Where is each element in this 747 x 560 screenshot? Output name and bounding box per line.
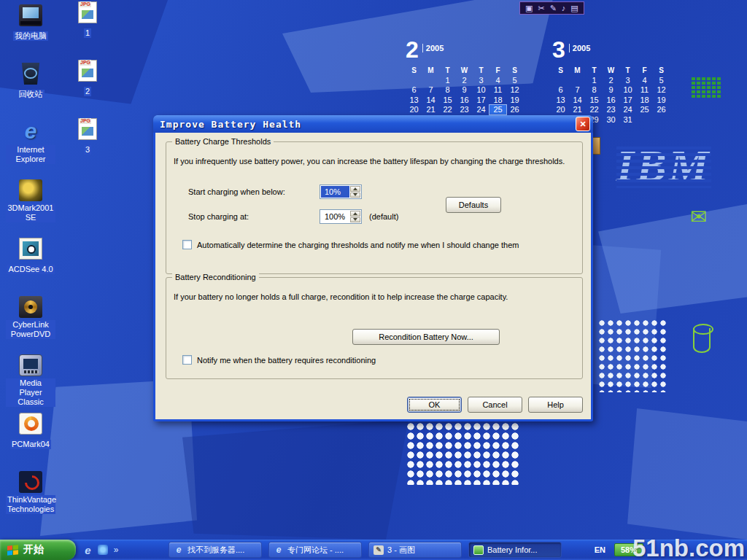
spin-down-icon[interactable] [350, 192, 360, 198]
desktop-icon-ie[interactable]: eInternet Explorer [6, 121, 55, 165]
start-threshold-value[interactable]: 10% [321, 186, 349, 198]
auto-determine-checkbox[interactable]: Automatically determine the charging thr… [182, 240, 519, 249]
ie-icon: e [174, 545, 184, 555]
icon-label: 我的电脑 [13, 31, 48, 41]
stop-threshold-spinner[interactable]: 100% [320, 209, 362, 224]
spinner-arrows[interactable] [350, 186, 360, 198]
task-label: Battery Infor... [487, 545, 537, 554]
quicklaunch-overflow-chevron-icon[interactable]: » [112, 544, 120, 556]
desktop-icon-pcmark[interactable]: PCMark04 [6, 413, 55, 450]
battery-reconditioning-group: Battery Reconditioning If your battery n… [166, 277, 583, 379]
taskbar-task[interactable]: e找不到服务器.... [169, 542, 262, 558]
acdsee-icon [19, 238, 42, 260]
desktop-icon-mpc[interactable]: Media Player Classic [6, 354, 55, 408]
cancel-button[interactable]: Cancel [468, 397, 522, 413]
icon-label: ThinkVantage Technologies [6, 495, 55, 514]
desktop-icon-recycle-bin[interactable]: 回收站 [6, 63, 55, 100]
recondition-battery-button[interactable]: Recondition Battery Now... [352, 329, 500, 345]
stop-charging-label: Stop charging at: [188, 212, 249, 221]
threedmark-icon [19, 179, 42, 201]
thresholds-description: If you infrequently use battery power, y… [174, 157, 573, 166]
task-label: 3 - 画图 [387, 545, 415, 556]
start-label: 开始 [23, 543, 44, 556]
taskbar-task[interactable]: ✎3 - 画图 [368, 542, 462, 558]
desktop-icon-thinkvantage[interactable]: ThinkVantage Technologies [6, 471, 55, 515]
notify-reconditioning-checkbox[interactable]: Notify me when the battery requires reco… [182, 355, 376, 365]
dialog-button-row: OK Cancel Help [407, 397, 583, 413]
help-button[interactable]: Help [528, 397, 583, 413]
thinkvantage-icon [19, 471, 42, 493]
improve-battery-health-dialog: Improve Battery Health ✕ Battery Charge … [153, 115, 593, 421]
battery-charge-thresholds-group: Battery Charge Thresholds If you infrequ… [166, 141, 583, 274]
icon-label: 3 [84, 145, 91, 155]
task-label: 专门网论坛 - .... [287, 545, 344, 556]
icon-label: PCMark04 [10, 440, 51, 449]
default-note: (default) [369, 212, 398, 221]
taskbar-tasks: e找不到服务器....e专门网论坛 - ....✎3 - 画图Battery I… [169, 542, 568, 558]
quicklaunch-media-player-icon[interactable] [98, 545, 108, 555]
stop-threshold-value[interactable]: 100% [321, 211, 349, 222]
defaults-button[interactable]: Defaults [446, 197, 501, 213]
group-title: Battery Charge Thresholds [172, 137, 274, 147]
start-threshold-spinner[interactable]: 10% [320, 184, 362, 199]
quicklaunch-ie-icon[interactable]: e [82, 544, 94, 556]
jpg-badge: JPG [80, 1, 91, 7]
reconditioning-description: If your battery no longer holds a full c… [174, 292, 573, 301]
desktop-icon-powerdvd[interactable]: CyberLink PowerDVD [6, 296, 55, 340]
spin-down-icon[interactable] [350, 217, 360, 223]
recycle-bin-icon [19, 63, 42, 85]
desktop-icon-jpg[interactable]: JPG2 [63, 60, 112, 97]
scissors-icon[interactable]: ✂ [538, 2, 544, 14]
icon-label: CyberLink PowerDVD [6, 320, 55, 339]
language-indicator[interactable]: EN [595, 545, 605, 554]
desktop-icon-my-computer[interactable]: 我的电脑 [6, 4, 55, 42]
checkbox-label: Notify me when the battery requires reco… [197, 356, 376, 365]
checkbox-label: Automatically determine the charging thr… [197, 241, 519, 249]
desktop-icon-jpg[interactable]: JPG1 [63, 1, 112, 39]
taskbar-task[interactable]: e专门网论坛 - .... [268, 542, 362, 558]
taskbar-task[interactable]: Battery Infor... [468, 542, 562, 558]
close-icon: ✕ [579, 120, 586, 128]
icon-label: 2 [84, 87, 91, 96]
jpg-icon: JPG [78, 118, 97, 140]
spin-up-icon[interactable] [350, 186, 360, 192]
desktop-icon-threedmark[interactable]: 3DMark2001 SE [6, 179, 55, 223]
battery-icon [473, 545, 484, 555]
jpg-icon: JPG [78, 1, 97, 23]
jpg-icon: JPG [78, 60, 97, 82]
checkbox-box[interactable] [182, 240, 192, 249]
close-button[interactable]: ✕ [576, 117, 590, 131]
keyboard-icon[interactable]: ▤ [570, 2, 578, 14]
group-title: Battery Reconditioning [172, 273, 259, 282]
my-computer-icon [19, 4, 42, 26]
desktop: IBM ✉ ▣✂✎♪▤ 22005SMTWTFS1234567891011121… [0, 0, 747, 560]
start-button[interactable]: 开始 [0, 540, 76, 560]
paint-icon: ✎ [374, 545, 384, 555]
desktop-icon-jpg[interactable]: JPG3 [63, 118, 112, 155]
jpg-badge: JPG [80, 118, 91, 124]
monitor-icon[interactable]: ▣ [525, 2, 533, 14]
icon-label: 回收站 [18, 90, 44, 99]
ie-icon: e [274, 545, 284, 555]
checkbox-box[interactable] [182, 355, 192, 365]
speaker-icon[interactable]: ♪ [562, 2, 566, 14]
windows-flag-icon [7, 545, 18, 555]
dialog-titlebar[interactable]: Improve Battery Health ✕ [153, 115, 593, 133]
dialog-body: Battery Charge Thresholds If you infrequ… [155, 133, 591, 419]
jpg-badge: JPG [80, 60, 91, 66]
watermark: 51nb.com [632, 534, 745, 560]
mpc-icon [19, 354, 42, 376]
icon-label: Internet Explorer [6, 145, 55, 164]
quick-launch: e» [76, 544, 126, 556]
icon-label: 1 [84, 28, 91, 38]
start-charging-label: Start charging when below: [188, 187, 285, 196]
pen-icon[interactable]: ✎ [550, 2, 557, 14]
spinner-arrows[interactable] [350, 211, 360, 222]
task-label: 找不到服务器.... [187, 545, 244, 556]
pcmark-icon [19, 413, 42, 435]
desktop-icon-acdsee[interactable]: ACDSee 4.0 [6, 238, 55, 275]
floating-toolbar[interactable]: ▣✂✎♪▤ [519, 1, 584, 15]
spin-up-icon[interactable] [350, 211, 360, 217]
ok-button[interactable]: OK [407, 397, 462, 413]
icon-label: Media Player Classic [6, 378, 55, 407]
